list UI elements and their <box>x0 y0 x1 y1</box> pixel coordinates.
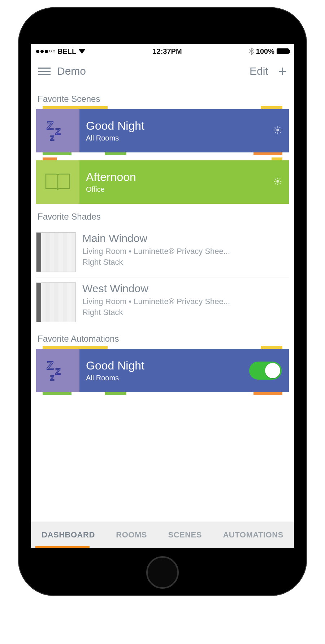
content-area: Favorite Scenes Z Z Z <box>31 84 294 522</box>
edit-button[interactable]: Edit <box>250 65 268 77</box>
scene-body: Good Night All Rooms <box>79 109 289 152</box>
svg-text:Z: Z <box>47 119 54 132</box>
svg-text:Z: Z <box>55 367 61 376</box>
svg-rect-6 <box>274 130 276 130</box>
svg-rect-11 <box>275 132 276 133</box>
nav-bar: Demo Edit + <box>31 59 294 84</box>
scene-icon-box: Z Z Z <box>36 109 79 152</box>
shade-meta2: Right Stack <box>82 257 289 268</box>
svg-point-3 <box>276 129 279 131</box>
tab-indicator <box>35 546 90 548</box>
add-button[interactable]: + <box>278 64 287 78</box>
carrier-label: BELL <box>57 47 76 56</box>
svg-rect-4 <box>277 126 278 128</box>
status-right: 100% <box>249 47 289 56</box>
status-bar: BELL 12:37PM 100% <box>31 44 294 59</box>
shade-name: West Window <box>82 282 289 295</box>
menu-icon[interactable] <box>38 68 51 75</box>
svg-rect-14 <box>277 183 278 185</box>
battery-pct: 100% <box>256 47 274 56</box>
shade-row-west-window[interactable]: West Window Living Room • Luminette® Pri… <box>36 277 289 327</box>
scene-subtitle: All Rooms <box>86 134 289 142</box>
svg-text:Z: Z <box>47 359 54 372</box>
svg-rect-8 <box>274 127 276 129</box>
scene-body: Afternoon Office <box>79 160 289 204</box>
shade-row-main-window[interactable]: Main Window Living Room • Luminette® Pri… <box>36 227 289 277</box>
gear-icon[interactable] <box>274 177 282 187</box>
svg-rect-18 <box>280 183 281 184</box>
svg-rect-5 <box>277 132 278 134</box>
svg-text:Z: Z <box>50 135 54 142</box>
svg-rect-9 <box>280 131 281 133</box>
signal-icon <box>36 50 55 53</box>
app-screen: BELL 12:37PM 100% Demo <box>31 44 294 548</box>
shade-info: West Window Living Room • Luminette® Pri… <box>82 282 289 317</box>
tab-bar: DASHBOARD ROOMS SCENES AUTOMATIONS <box>31 522 294 548</box>
shade-meta: Living Room • Luminette® Privacy Shee... <box>82 296 289 307</box>
scene-title: Good Night <box>86 119 289 133</box>
scene-title: Afternoon <box>86 170 289 184</box>
svg-rect-10 <box>279 127 281 128</box>
automation-toggle[interactable] <box>249 362 282 380</box>
tab-rooms[interactable]: ROOMS <box>116 530 147 540</box>
status-time: 12:37PM <box>152 47 182 56</box>
shade-thumbnail <box>36 282 76 322</box>
tab-scenes[interactable]: SCENES <box>168 530 202 540</box>
page-title: Demo <box>57 65 86 77</box>
svg-rect-15 <box>274 181 276 182</box>
home-button[interactable] <box>146 556 179 589</box>
section-title-automations: Favorite Automations <box>38 334 289 344</box>
bluetooth-icon <box>249 48 254 55</box>
phone-inner: BELL 12:37PM 100% Demo <box>26 15 299 588</box>
gear-icon[interactable] <box>274 126 282 135</box>
shade-info: Main Window Living Room • Luminette® Pri… <box>82 232 289 267</box>
scene-card-good-night[interactable]: Z Z Z Good Night All Rooms <box>36 109 289 152</box>
svg-rect-20 <box>275 183 276 185</box>
svg-text:Z: Z <box>50 375 54 382</box>
wifi-icon <box>78 49 86 54</box>
scene-card-afternoon[interactable]: Afternoon Office <box>36 160 289 204</box>
automation-card-good-night[interactable]: Z Z Z Good Night All Rooms <box>36 349 289 392</box>
shade-name: Main Window <box>82 232 289 245</box>
svg-rect-16 <box>280 181 281 182</box>
svg-point-12 <box>276 180 279 182</box>
svg-rect-17 <box>274 178 276 180</box>
book-icon <box>44 171 71 193</box>
tab-automations[interactable]: AUTOMATIONS <box>223 530 283 540</box>
section-title-scenes: Favorite Scenes <box>38 94 289 104</box>
svg-text:Z: Z <box>55 127 61 137</box>
scene-icon-box: Z Z Z <box>36 349 79 392</box>
status-left: BELL <box>36 47 86 56</box>
section-title-shades: Favorite Shades <box>38 212 289 222</box>
sleep-icon: Z Z Z <box>45 118 70 143</box>
scene-icon-box <box>36 160 79 204</box>
svg-rect-7 <box>280 130 281 130</box>
svg-rect-19 <box>279 178 281 180</box>
tab-dashboard[interactable]: DASHBOARD <box>42 530 95 540</box>
scene-subtitle: Office <box>86 185 289 194</box>
sleep-icon: Z Z Z <box>45 358 70 383</box>
phone-frame: BELL 12:37PM 100% Demo <box>18 7 307 596</box>
battery-icon <box>277 48 289 54</box>
shade-thumbnail <box>36 232 76 272</box>
svg-rect-13 <box>277 178 278 179</box>
shade-meta2: Right Stack <box>82 307 289 318</box>
shade-meta: Living Room • Luminette® Privacy Shee... <box>82 246 289 257</box>
